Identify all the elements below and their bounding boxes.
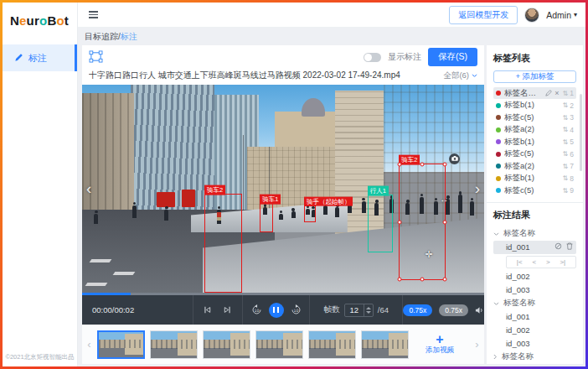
add-tag-button[interactable]: + 添加标签 bbox=[493, 70, 576, 83]
pager-first[interactable]: |< bbox=[517, 258, 523, 266]
result-item[interactable]: id_003 bbox=[493, 337, 576, 351]
speed-pill-secondary[interactable]: 0.75x bbox=[439, 304, 468, 316]
result-group-header[interactable]: 标签名称 bbox=[493, 297, 576, 310]
bbox-resize-handle[interactable] bbox=[442, 163, 446, 167]
video-thumbnail[interactable] bbox=[203, 330, 250, 359]
step-down-icon[interactable] bbox=[366, 311, 371, 314]
volume-icon[interactable] bbox=[475, 306, 484, 314]
result-group-header[interactable]: 标签名称 bbox=[493, 351, 576, 364]
result-group-name: 标签名称 bbox=[502, 351, 534, 362]
tag-row[interactable]: 标签b(1)⇅5 bbox=[493, 136, 576, 148]
pager-last[interactable]: >| bbox=[560, 258, 565, 266]
breadcrumb-parent[interactable]: 目标追踪 bbox=[85, 31, 118, 43]
tag-row[interactable]: 标签c(5)⇅9 bbox=[493, 184, 576, 196]
tag-color-dot bbox=[496, 152, 501, 157]
tag-row[interactable]: 标签名字最长数...×⇅1 bbox=[493, 87, 576, 99]
bbox-resize-handle[interactable] bbox=[420, 163, 425, 167]
result-item-id: id_001 bbox=[506, 312, 530, 321]
prev-video-arrow-icon[interactable]: ‹ bbox=[86, 180, 91, 196]
stepper-arrows[interactable] bbox=[364, 304, 373, 316]
sort-arrows-icon: ⇅ bbox=[563, 150, 569, 158]
add-video-button[interactable]: +添加视频 bbox=[414, 333, 466, 356]
thumbnails-next-icon[interactable]: › bbox=[472, 338, 482, 351]
annotation-bbox[interactable]: 行人1 bbox=[368, 195, 393, 252]
player-controls: 00:00/00:02 10 10 帧数 bbox=[82, 293, 484, 325]
next-frame-icon[interactable] bbox=[223, 305, 232, 314]
pause-button[interactable] bbox=[269, 303, 284, 318]
tag-row[interactable]: 标签b(1)⇅8 bbox=[493, 173, 576, 184]
result-item[interactable]: id_002 bbox=[493, 324, 576, 337]
result-item[interactable]: id_003 bbox=[493, 283, 576, 297]
sidebar-item-annotate[interactable]: 标注 bbox=[3, 44, 77, 71]
filter-label: 全部(6) bbox=[443, 70, 469, 81]
user-avatar[interactable] bbox=[524, 8, 539, 23]
show-annotation-toggle[interactable] bbox=[364, 53, 381, 62]
bbox-resize-handle[interactable] bbox=[442, 220, 446, 224]
result-group-name: 标签名称 bbox=[503, 228, 535, 239]
user-menu[interactable]: Admin ▾ bbox=[546, 10, 577, 20]
bbox-resize-handle[interactable] bbox=[398, 220, 402, 224]
result-group-name: 标签名称 bbox=[503, 298, 535, 309]
video-thumbnail[interactable] bbox=[308, 330, 356, 359]
edit-tag-icon[interactable] bbox=[545, 89, 552, 98]
video-thumbnail[interactable] bbox=[361, 330, 409, 359]
tag-row[interactable]: 标签a(2)⇅7 bbox=[493, 160, 576, 172]
video-thumbnail[interactable] bbox=[150, 330, 198, 359]
tag-row[interactable]: 标签b(1)⇅2 bbox=[493, 100, 576, 112]
tag-row[interactable]: 标签c(5)⇅6 bbox=[493, 148, 576, 160]
bbox-resize-handle[interactable] bbox=[398, 278, 402, 282]
result-group-header[interactable]: 标签名称 bbox=[493, 227, 576, 241]
result-item[interactable]: id_002 bbox=[493, 270, 576, 283]
scrollbar-thumb[interactable] bbox=[580, 94, 582, 171]
logo-letter: e bbox=[19, 13, 27, 28]
video-thumbnail[interactable] bbox=[97, 330, 145, 359]
video-canvas[interactable]: 骑车2骑车1骑手（起始帧）行人1骑车2 ‹ › ✛ ↔ bbox=[82, 85, 484, 293]
tag-name: 标签a(2) bbox=[504, 161, 560, 172]
back-to-model-dev-button[interactable]: 返回模型开发 bbox=[449, 6, 518, 24]
annotation-bbox[interactable]: 骑车1 bbox=[260, 203, 272, 232]
frame-number-input[interactable] bbox=[345, 304, 364, 316]
bbox-resize-handle[interactable] bbox=[420, 278, 425, 282]
delete-tag-icon[interactable]: × bbox=[554, 90, 559, 97]
label-filter-dropdown[interactable]: 全部(6) bbox=[443, 70, 477, 81]
right-panel: 标签列表 + 添加标签 标签名字最长数...×⇅1标签b(1)⇅2标签c(5)⇅… bbox=[487, 45, 583, 364]
video-thumbnail[interactable] bbox=[255, 330, 303, 359]
bbox-resize-handle[interactable] bbox=[398, 163, 402, 167]
screen-gradient-border: NeuroBot 标注 ©2021北京矩视智能出品 返回模型开发 Admin ▾… bbox=[0, 0, 588, 369]
pager-next[interactable]: > bbox=[546, 258, 550, 266]
annotation-bbox[interactable]: 骑车2 bbox=[204, 194, 242, 293]
result-item-actions bbox=[554, 242, 573, 252]
prev-frame-icon[interactable] bbox=[203, 305, 212, 314]
save-button[interactable]: 保存(S) bbox=[428, 48, 477, 66]
forward-10-icon[interactable]: 10 bbox=[291, 304, 302, 315]
result-item-id: id_003 bbox=[506, 285, 530, 294]
tag-shortcut-number: 2 bbox=[570, 101, 574, 110]
sidebar-item-label: 标注 bbox=[28, 52, 47, 65]
result-item[interactable]: id_001 bbox=[493, 241, 576, 254]
tag-color-dot bbox=[496, 91, 501, 96]
tag-row[interactable]: 标签a(2)⇅4 bbox=[493, 124, 576, 136]
logo-letter: B bbox=[47, 13, 56, 28]
tag-row[interactable]: 标签c(5)⇅3 bbox=[493, 112, 576, 123]
rewind-10-icon[interactable]: 10 bbox=[251, 304, 262, 315]
annotation-bbox[interactable]: 骑车2 bbox=[399, 164, 446, 280]
annotation-bbox[interactable]: 骑手（起始帧） bbox=[304, 205, 316, 222]
plus-icon: + bbox=[436, 333, 443, 346]
rect-select-tool-icon[interactable] bbox=[89, 50, 103, 65]
next-video-arrow-icon[interactable]: › bbox=[475, 180, 480, 196]
result-item[interactable]: id_001 bbox=[493, 310, 576, 324]
show-annotation-label: 显示标注 bbox=[388, 51, 421, 63]
snapshot-camera-icon[interactable] bbox=[449, 153, 460, 164]
thumbnails-prev-icon[interactable]: ‹ bbox=[84, 338, 95, 351]
thumbnail-preview bbox=[99, 332, 143, 357]
video-title-row: 十字路口路口行人 城市交通上下班高峰斑马线过马路视频 2022-03-02 17… bbox=[82, 69, 484, 85]
speed-pill-primary[interactable]: 0.75x bbox=[403, 304, 432, 316]
tag-color-dot bbox=[496, 176, 501, 181]
hide-annotation-icon[interactable] bbox=[554, 242, 562, 252]
bbox-resize-handle[interactable] bbox=[442, 278, 446, 282]
delete-annotation-icon[interactable] bbox=[566, 242, 573, 252]
pager-prev[interactable]: < bbox=[532, 258, 536, 266]
step-up-icon[interactable] bbox=[366, 307, 371, 309]
collapse-sidebar-icon[interactable] bbox=[86, 8, 101, 21]
thumbnail-preview bbox=[204, 331, 250, 358]
